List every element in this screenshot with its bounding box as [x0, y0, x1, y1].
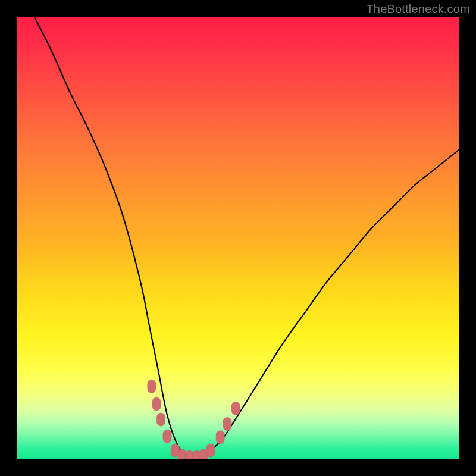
data-marker [148, 380, 156, 393]
data-marker [163, 430, 171, 443]
data-marker [223, 418, 231, 431]
watermark-text: TheBottleneck.com [366, 2, 470, 16]
data-marker [216, 431, 224, 444]
chart-frame: TheBottleneck.com [0, 0, 476, 476]
data-marker [157, 413, 165, 426]
data-marker [231, 402, 240, 415]
data-marker [206, 444, 215, 457]
bottleneck-curve [35, 17, 459, 457]
curve-layer [17, 17, 459, 459]
data-marker [152, 397, 161, 411]
plot-area [17, 17, 459, 459]
marker-group [148, 380, 240, 459]
